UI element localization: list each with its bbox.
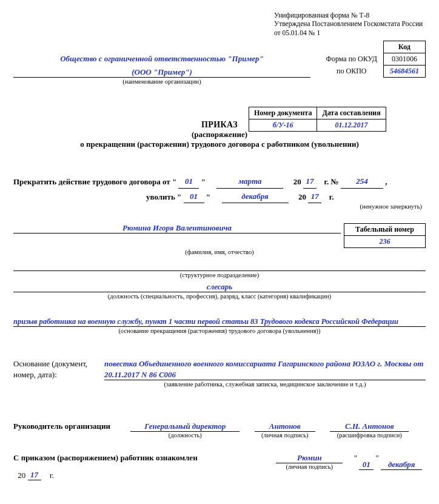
reason-caption: (основание прекращения (расторжения) тру…	[13, 328, 426, 334]
ack-yr: 17	[28, 470, 41, 480]
okpo-value: 54684561	[384, 66, 426, 78]
docdate-value: 01.12.2017	[317, 119, 386, 132]
terminate-yr1: 17	[303, 175, 317, 188]
ack-day: 01	[359, 460, 374, 470]
manager-decode: С.Н. Антонов	[330, 422, 409, 432]
dismiss-yr2: 17	[308, 190, 321, 203]
strike-note: (ненужное зачеркнуть)	[360, 203, 422, 210]
ack-month: декабря	[381, 460, 422, 470]
position-caption: (должность (специальность, профессия), р…	[13, 293, 426, 300]
terminate-month1: марта	[216, 175, 283, 188]
terminate-prefix: Прекратить действие трудового договора о…	[13, 177, 176, 186]
manager-decode-caption: (расшифровка подписи)	[330, 432, 409, 438]
manager-sign-caption: (личная подпись)	[255, 432, 315, 438]
dismiss-day2: 01	[184, 190, 204, 203]
tabnum-title: Табельный номер	[344, 224, 425, 236]
form-header-line3: от 05.01.04 № 1	[274, 29, 426, 37]
manager-label: Руководитель организации	[13, 422, 129, 431]
employee-fio: Рюмина Игоря Валентиновича	[122, 223, 232, 232]
manager-sign: Антонов	[255, 422, 315, 432]
dismiss-month2: декабря	[222, 190, 289, 203]
tabel-number-table: Табельный номер 236	[344, 223, 426, 248]
ack-sign-caption: (личная подпись)	[276, 463, 343, 470]
basis-text: повестка Объединенного военного комиссар…	[104, 359, 423, 379]
reason-block: призыв работника на военную службу, пунк…	[13, 317, 426, 334]
manager-block: Руководитель организации Генеральный дир…	[13, 422, 426, 438]
ack-sign: Рюмин	[276, 453, 343, 463]
terminate-mid1: "	[201, 177, 206, 186]
dismiss-prefix: уволить "	[146, 192, 181, 201]
org-name-line1: Общество с ограниченной ответственностью…	[60, 54, 264, 63]
ack-q2: "	[376, 453, 379, 462]
terminate-num: 254	[341, 175, 383, 188]
fio-caption: (фамилия, имя, отчество)	[13, 249, 426, 255]
ack-yrpre: 20	[18, 471, 25, 480]
doc-number-table: Номер документа Дата составления б/У-16 …	[249, 107, 386, 132]
terminate-tail: ,	[385, 177, 387, 186]
reason-text: призыв работника на военную службу, пунк…	[13, 317, 398, 326]
dismiss-mid2: "	[206, 192, 210, 201]
docnum-h1: Номер документа	[249, 107, 317, 119]
basis-block: Основание (документ, номер, дата): повес…	[13, 358, 426, 388]
code-table-block: Код Форма по ОКУД 0301006 по ОКПО 546845…	[320, 41, 426, 78]
terminate-day1: 01	[178, 175, 199, 188]
ack-label: С приказом (распоряжением) работник озна…	[13, 453, 213, 463]
docnum-value: б/У-16	[249, 119, 317, 132]
okud-value: 0301006	[384, 53, 426, 66]
form-header: Унифицированная форма № Т-8 Утверждена П…	[13, 11, 426, 37]
title-line3: о прекращении (расторжении) трудового до…	[13, 139, 426, 149]
dismiss-yrpre2: 20	[298, 192, 306, 201]
main-title-block: Номер документа Дата составления б/У-16 …	[13, 120, 426, 149]
ack-block: С приказом (распоряжением) работник озна…	[13, 453, 426, 480]
ack-yrsuf: г.	[50, 471, 54, 480]
dismiss-yrsuf2: г.	[329, 192, 334, 201]
terminate-yrsuf: г. №	[324, 177, 339, 186]
manager-position-caption: (должность)	[130, 432, 240, 438]
okpo-label: по ОКПО	[320, 66, 384, 78]
okud-label: Форма по ОКУД	[320, 53, 384, 66]
employee-position: слесарь	[207, 282, 232, 291]
manager-position: Генеральный директор	[130, 422, 240, 432]
tabnum-value: 236	[344, 236, 425, 248]
docnum-h2: Дата составления	[317, 107, 386, 119]
code-title: Код	[384, 41, 426, 53]
ack-q1: "	[354, 453, 357, 462]
org-caption: (наименование организации)	[13, 78, 310, 85]
org-name-line2: (ООО "Пример")	[132, 67, 192, 76]
form-header-line2: Утверждена Постановлением Госкомстата Ро…	[274, 19, 426, 28]
form-header-line1: Унифицированная форма № Т-8	[274, 11, 426, 19]
basis-caption: (заявление работника, служебная записка,…	[104, 381, 426, 388]
terminate-yrpre1: 20	[293, 177, 301, 186]
termination-section: Прекратить действие трудового договора о…	[13, 175, 426, 210]
basis-label: Основание (документ, номер, дата):	[13, 358, 104, 380]
dept-caption: (структурное подразделение)	[13, 272, 426, 278]
